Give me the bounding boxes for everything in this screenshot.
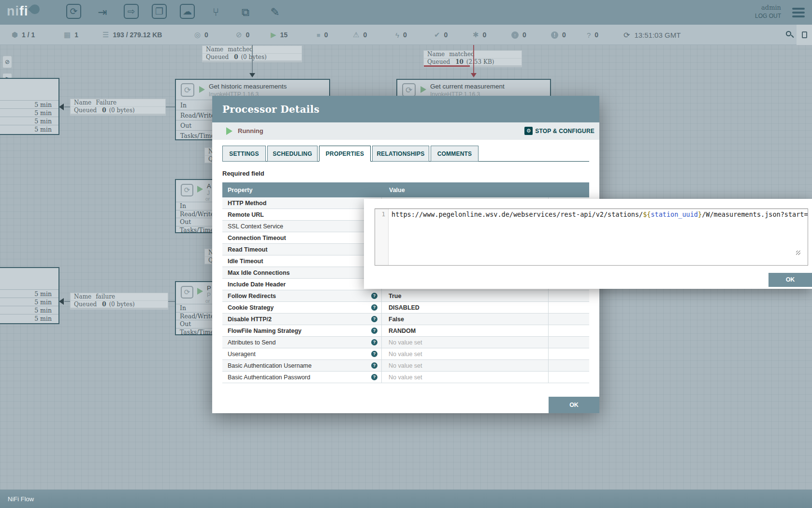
transmitting-icon: ◎ xyxy=(194,30,201,39)
connection-arrow-icon xyxy=(471,73,477,77)
column-property: Property xyxy=(222,187,382,194)
up-to-date-icon: ✔ xyxy=(434,30,440,39)
component-toolbar: ⟳ ⇥ ⇨ ❐ ☁ ⑂ ⧉ ✎ xyxy=(66,4,283,20)
locally-modified-stale-status: !0 xyxy=(551,25,566,45)
running-icon xyxy=(226,127,232,135)
processor-type-icon: ⟳ xyxy=(181,83,194,97)
tab-properties[interactable]: PROPERTIES xyxy=(319,146,371,162)
help-icon[interactable]: ? xyxy=(371,339,377,345)
running-icon xyxy=(199,86,205,93)
dialog-title: Processor Details xyxy=(222,104,319,115)
nifi-logo: nifi xyxy=(7,4,40,19)
stop-configure-gear-icon: ⚙ xyxy=(524,127,533,135)
dialog-status-row: Running ⚙ STOP & CONFIGURE xyxy=(212,122,599,140)
connection-label: Namefailure Queued0 (0 bytes) xyxy=(70,293,168,310)
sync-failure-icon: ? xyxy=(587,31,591,39)
connection-line-highlighted xyxy=(473,45,474,73)
remote-url-value[interactable]: https://www.pegelonline.wsv.de/webservic… xyxy=(389,209,808,265)
connection-label: NameFailure Queued0 (0 bytes) xyxy=(70,99,166,116)
column-value: Value xyxy=(382,187,589,194)
stop-and-configure-button[interactable]: ⚙ STOP & CONFIGURE xyxy=(524,127,594,135)
connection-arrow-icon xyxy=(59,298,64,305)
property-row-flowfile-naming-strategy[interactable]: FlowFile Naming Strategy?RANDOM xyxy=(222,325,589,337)
up-to-date-status: ✔0 xyxy=(434,25,448,45)
output-port-icon[interactable]: ⇨ xyxy=(124,4,139,19)
value-editor[interactable]: 1 https://www.pegelonline.wsv.de/webserv… xyxy=(375,209,808,266)
locally-modified-stale-icon: ! xyxy=(551,31,558,39)
help-icon[interactable]: ? xyxy=(371,304,377,311)
tab-relationships[interactable]: RELATIONSHIPS xyxy=(372,146,429,162)
invalid-status: ⚠0 xyxy=(353,25,367,45)
processor-offscreen-left: 5 min 5 min 5 min 5 min xyxy=(0,78,59,135)
global-menu-button[interactable] xyxy=(792,8,805,19)
resize-handle-icon[interactable] xyxy=(796,251,800,255)
remote-process-group-icon[interactable]: ☁ xyxy=(180,4,195,19)
property-row-basic-auth-username[interactable]: Basic Authentication Username?No value s… xyxy=(222,360,589,372)
queued-status: ☰193 / 279.12 KB xyxy=(102,25,162,45)
property-row-attributes-to-send[interactable]: Attributes to Send?No value set xyxy=(222,337,589,348)
tab-settings[interactable]: SETTINGS xyxy=(222,146,266,162)
operate-panel-toggle[interactable] xyxy=(797,25,812,45)
funnel-icon[interactable]: ⑂ xyxy=(208,4,224,20)
help-icon[interactable]: ? xyxy=(371,362,377,369)
panel-icon xyxy=(802,31,807,38)
processor-type-icon: ⟳ xyxy=(402,83,416,97)
stale-icon: ↑ xyxy=(511,31,519,39)
input-port-icon[interactable]: ⇥ xyxy=(94,4,111,20)
nifi-drop-icon xyxy=(28,2,41,16)
running-icon xyxy=(197,288,203,295)
property-row-disable-http2[interactable]: Disable HTTP/2?False xyxy=(222,314,589,325)
help-icon[interactable]: ? xyxy=(371,328,377,334)
locally-modified-icon: ✱ xyxy=(473,30,479,39)
tab-scheduling[interactable]: SCHEDULING xyxy=(267,146,318,162)
properties-table-header: Property Value xyxy=(222,182,589,197)
status-bar: ⬢1 / 1 ▦1 ☰193 / 279.12 KB ◎0 ⊘0 ▶15 ■0 … xyxy=(0,25,812,45)
stale-status: ↑0 xyxy=(511,25,526,45)
dialog-ok-button[interactable]: OK xyxy=(549,397,599,413)
required-field-note: Required field xyxy=(222,170,599,177)
help-icon[interactable]: ? xyxy=(371,316,377,322)
disabled-icon: ϟ xyxy=(395,31,399,39)
dialog-tabs: SETTINGS SCHEDULING PROPERTIES RELATIONS… xyxy=(222,146,589,162)
processor-type-icon: ⟳ xyxy=(181,184,193,196)
breadcrumb: NiFi Flow xyxy=(0,490,812,508)
editor-ok-button[interactable]: OK xyxy=(768,273,812,287)
value-editor-popup: 1 https://www.pegelonline.wsv.de/webserv… xyxy=(364,199,812,289)
running-icon xyxy=(197,186,203,193)
not-transmitting-status: ⊘0 xyxy=(236,25,249,45)
property-row-cookie-strategy[interactable]: Cookie Strategy?DISABLED xyxy=(222,302,589,314)
locally-modified-status: ✱0 xyxy=(473,25,486,45)
threads-status: ▦1 xyxy=(64,25,78,45)
connection-line xyxy=(252,45,253,74)
line-number-gutter: 1 xyxy=(375,209,389,265)
help-icon[interactable]: ? xyxy=(371,374,377,380)
cluster-status: ⬢1 / 1 xyxy=(12,25,35,45)
logout-link[interactable]: LOG OUT xyxy=(755,13,781,19)
stopped-status: ■0 xyxy=(317,25,328,45)
process-group-icon[interactable]: ❐ xyxy=(152,4,167,19)
template-icon[interactable]: ⧉ xyxy=(237,4,254,20)
transmitting-status: ◎0 xyxy=(194,25,208,45)
not-transmitting-icon: ⊘ xyxy=(236,30,242,39)
help-icon[interactable]: ? xyxy=(371,351,377,357)
property-row-basic-auth-password[interactable]: Basic Authentication Password?No value s… xyxy=(222,372,589,383)
help-icon[interactable]: ? xyxy=(371,293,377,299)
refresh-icon[interactable]: ⟳ xyxy=(624,30,630,40)
processor-type-icon: ⟳ xyxy=(181,286,193,299)
running-icon xyxy=(420,86,426,93)
tab-comments[interactable]: COMMENTS xyxy=(431,146,478,162)
search-icon[interactable] xyxy=(786,31,794,39)
run-status-label: Running xyxy=(238,127,263,134)
invalid-icon: ⚠ xyxy=(353,30,359,39)
last-refreshed: ⟳13:51:03 GMT xyxy=(624,25,681,45)
sync-failure-status: ?0 xyxy=(587,25,598,45)
label-icon[interactable]: ✎ xyxy=(267,4,283,20)
property-row-follow-redirects[interactable]: Follow Redirects?True xyxy=(222,290,589,302)
processor-icon[interactable]: ⟳ xyxy=(66,4,81,19)
disabled-status: ϟ0 xyxy=(395,25,407,45)
breadcrumb-root[interactable]: NiFi Flow xyxy=(8,495,34,503)
threads-icon: ▦ xyxy=(64,30,71,39)
stopped-icon: ■ xyxy=(317,31,320,39)
property-row-useragent[interactable]: Useragent?No value set xyxy=(222,348,589,360)
dialog-header: Processor Details xyxy=(212,96,599,122)
